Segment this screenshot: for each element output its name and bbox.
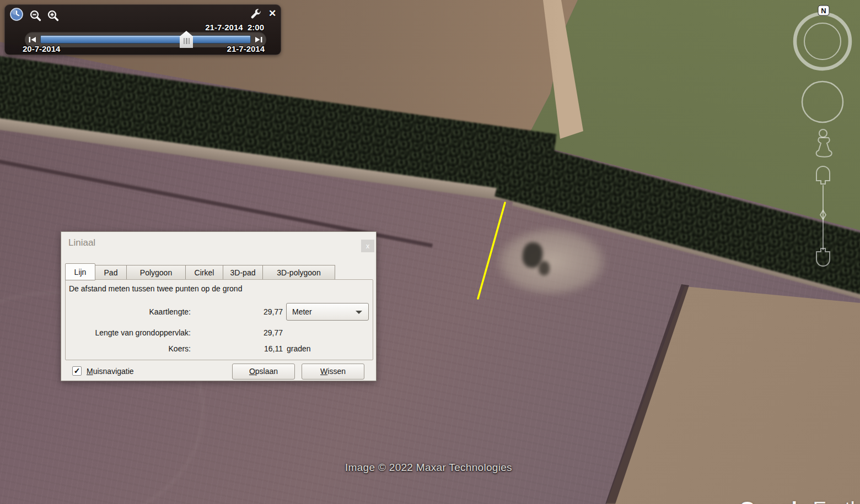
dark-object-shadow (539, 261, 550, 275)
ground-length-value: 29,77 (191, 328, 283, 337)
logo-google: Google (739, 498, 808, 504)
chevron-down-icon (356, 311, 362, 314)
road-junction (471, 212, 631, 311)
mouse-navigation-checkbox-row[interactable]: Muisnavigatie (72, 366, 134, 376)
unit-dropdown-value: Meter (292, 307, 312, 316)
time-slider-track[interactable] (40, 35, 251, 44)
logo-earth: Earth (813, 498, 860, 504)
imagery-attribution: Image © 2022 Maxar Technologies (345, 462, 512, 474)
timeline-current-label: 21-7-2014 2:00 (205, 23, 264, 32)
zoom-in-control[interactable] (816, 166, 830, 184)
ground-length-label: Lengte van grondoppervlak: (68, 328, 191, 337)
dialog-close-icon[interactable]: x (361, 240, 374, 252)
heading-row: Koers: 16,11 graden (68, 341, 372, 356)
map-length-row: Kaartlengte: 29,77 Meter (68, 299, 372, 324)
tab-lijn[interactable]: Lijn (65, 263, 95, 280)
google-earth-window: N Image © 2022 Maxar Technologies Google… (0, 0, 860, 504)
map-length-label: Kaartlengte: (68, 307, 191, 316)
pegman-icon[interactable] (816, 129, 832, 157)
zoom-slider[interactable] (816, 166, 830, 266)
clear-button[interactable]: Wissen (302, 364, 364, 380)
compass-inner-ring[interactable] (804, 23, 841, 59)
ruler-tabbar: Lijn Pad Polygoon Cirkel 3D-pad 3D-polyg… (65, 263, 335, 280)
ruler-dialog: Liniaal x Lijn Pad Polygoon Cirkel 3D-pa… (61, 231, 377, 381)
dialog-title: Liniaal (68, 237, 95, 248)
slider-grip-icon (184, 38, 190, 44)
compass-north-badge[interactable]: N (818, 6, 829, 15)
step-back-button[interactable] (28, 36, 37, 44)
time-slider-handle[interactable] (180, 31, 193, 48)
mouse-navigation-checkbox[interactable] (72, 366, 82, 376)
tab-cirkel[interactable]: Cirkel (186, 265, 223, 280)
zoom-in-time-icon[interactable] (47, 9, 59, 21)
zoom-out-control[interactable] (816, 248, 830, 266)
measurement-fields: Kaartlengte: 29,77 Meter Lengte van gron… (68, 299, 372, 356)
ground-length-row: Lengte van grondoppervlak: 29,77 (68, 324, 372, 341)
heading-unit: graden (283, 344, 372, 353)
timeline-end-label: 21-7-2014 (227, 44, 265, 53)
tab-3d-polygoon[interactable]: 3D-polygoon (263, 265, 335, 280)
tab-3d-pad[interactable]: 3D-pad (223, 265, 263, 280)
time-slider-panel: ✕ 21-7-2014 2:00 20-7-2014 21-7-2014 (4, 4, 281, 55)
clock-icon[interactable] (9, 7, 24, 21)
heading-value: 16,11 (191, 344, 283, 353)
unit-dropdown[interactable]: Meter (286, 303, 369, 321)
step-forward-button[interactable] (254, 36, 263, 44)
timeline-start-label: 20-7-2014 (23, 44, 60, 53)
compass-north-label: N (821, 7, 826, 15)
compass-ring[interactable] (795, 14, 850, 69)
save-button[interactable]: Opslaan (232, 364, 295, 380)
heading-label: Koers: (68, 344, 191, 353)
mouse-navigation-label: Muisnavigatie (87, 367, 134, 376)
timeline-close-icon[interactable]: ✕ (268, 8, 276, 19)
look-joystick[interactable] (802, 82, 843, 122)
timeline-settings-wrench-icon[interactable] (250, 8, 262, 20)
google-earth-logo: GoogleEarth (717, 475, 860, 504)
map-length-value: 29,77 (191, 307, 283, 316)
tab-pad[interactable]: Pad (95, 265, 127, 280)
tab-polygoon[interactable]: Polygoon (127, 265, 186, 280)
zoom-out-time-icon[interactable] (29, 9, 41, 21)
navigation-controls: N (789, 1, 859, 296)
measure-description: De afstand meten tussen twee punten op d… (69, 284, 242, 293)
